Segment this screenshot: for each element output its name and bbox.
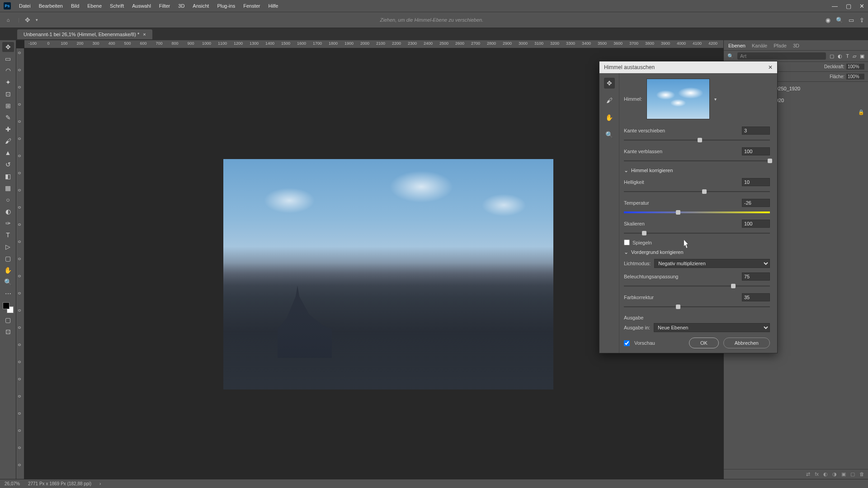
tab-pfade[interactable]: Pfade: [774, 43, 787, 48]
gradient-tool[interactable]: ▦: [2, 183, 14, 193]
scale-slider[interactable]: [624, 230, 770, 237]
output-select[interactable]: Neue Ebenen: [654, 323, 770, 332]
dialog-move-tool[interactable]: ✥: [604, 78, 615, 89]
chevron-down-icon[interactable]: ▾: [36, 18, 38, 22]
fg-color-swatch[interactable]: [3, 302, 9, 309]
hand-tool[interactable]: ✋: [2, 265, 14, 275]
menu-auswahl[interactable]: Auswahl: [132, 3, 151, 9]
edge-fade-input[interactable]: [742, 147, 770, 155]
trash-icon[interactable]: 🗑: [859, 471, 864, 477]
brush-tool[interactable]: 🖌: [2, 136, 14, 146]
edge-shift-slider[interactable]: [624, 136, 770, 144]
ruler-horizontal[interactable]: -100010020030040050060070080090010001100…: [24, 40, 723, 48]
pen-tool[interactable]: ✑: [2, 218, 14, 228]
dodge-tool[interactable]: ◐: [2, 206, 14, 216]
link-layers-icon[interactable]: ⇄: [806, 471, 810, 477]
ruler-vertical[interactable]: 0000000000000000000000000: [16, 48, 24, 479]
ok-button[interactable]: OK: [689, 338, 719, 348]
heal-tool[interactable]: ✚: [2, 124, 14, 134]
filter-shape-icon[interactable]: ▱: [853, 53, 856, 59]
lasso-tool[interactable]: ◠: [2, 66, 14, 75]
menu-hilfe[interactable]: Hilfe: [268, 3, 278, 9]
menu-ebene[interactable]: Ebene: [87, 3, 102, 9]
maximize-icon[interactable]: ▢: [846, 3, 851, 9]
search-icon[interactable]: 🔍: [836, 17, 843, 23]
layer-filter[interactable]: Art: [737, 52, 826, 60]
wand-tool[interactable]: ✦: [2, 77, 14, 87]
fill-input[interactable]: [846, 74, 864, 80]
menu-bild[interactable]: Bild: [71, 3, 79, 9]
filter-adjust-icon[interactable]: ◐: [838, 53, 842, 59]
stamp-tool[interactable]: ▲: [2, 148, 14, 158]
filter-smart-icon[interactable]: ▣: [860, 53, 864, 59]
zoom-tool[interactable]: 🔍: [2, 277, 14, 287]
sky-preset-thumb[interactable]: [646, 79, 710, 119]
new-layer-icon[interactable]: ▢: [850, 471, 855, 477]
tab-close-icon[interactable]: ×: [143, 32, 146, 37]
cancel-button[interactable]: Abbrechen: [723, 338, 770, 348]
tab-ebenen[interactable]: Ebenen: [728, 43, 745, 48]
brightness-slider[interactable]: [624, 188, 770, 195]
chevron-down-icon[interactable]: ▾: [714, 97, 717, 102]
menu-filter[interactable]: Filter: [159, 3, 170, 9]
tab-kanaele[interactable]: Kanäle: [752, 43, 767, 48]
color-adj-slider[interactable]: [624, 303, 770, 310]
shape-tool[interactable]: ▢: [2, 253, 14, 263]
type-tool[interactable]: T: [2, 230, 14, 240]
document-tab[interactable]: Unbenannt-1 bei 26,1% (Himmel, Ebenenmas…: [17, 29, 152, 39]
dialog-zoom-tool[interactable]: 🔍: [604, 129, 615, 140]
lighting-input[interactable]: [742, 272, 770, 281]
more-tools[interactable]: ⋯: [2, 289, 14, 299]
preview-checkbox[interactable]: [624, 340, 630, 346]
marquee-tool[interactable]: ▭: [2, 54, 14, 64]
move-tool-icon[interactable]: ✥: [25, 16, 30, 23]
move-tool[interactable]: ✥: [2, 42, 14, 52]
mask-icon[interactable]: ◐: [823, 471, 828, 477]
menu-ansicht[interactable]: Ansicht: [193, 3, 209, 9]
doc-info[interactable]: 2771 Px x 1869 Px (182,88 ppi): [28, 481, 91, 486]
edge-fade-slider[interactable]: [624, 157, 770, 164]
eyedropper-tool[interactable]: ✎: [2, 113, 14, 122]
close-icon[interactable]: ✕: [768, 64, 773, 70]
workspace-icon[interactable]: ▭: [849, 17, 854, 23]
scale-input[interactable]: [742, 220, 770, 228]
temperature-input[interactable]: [742, 199, 770, 207]
section-fg-correct[interactable]: Vordergrund korrigieren: [624, 249, 770, 255]
color-adj-input[interactable]: [742, 293, 770, 301]
dialog-hand-tool[interactable]: ✋: [604, 112, 615, 123]
cloud-icon[interactable]: ◉: [826, 17, 830, 23]
lighting-slider[interactable]: [624, 282, 770, 290]
frame-tool[interactable]: ⊞: [2, 101, 14, 111]
menu-schrift[interactable]: Schrift: [110, 3, 124, 9]
path-select-tool[interactable]: ▷: [2, 242, 14, 252]
tab-3d[interactable]: 3D: [793, 43, 799, 48]
menu-fenster[interactable]: Fenster: [243, 3, 260, 9]
search-icon[interactable]: 🔍: [727, 53, 734, 59]
eraser-tool[interactable]: ◧: [2, 171, 14, 181]
minimize-icon[interactable]: —: [832, 3, 838, 9]
color-swatches[interactable]: [3, 302, 14, 313]
menu-3d[interactable]: 3D: [178, 3, 184, 9]
edge-shift-input[interactable]: [742, 127, 770, 135]
blur-tool[interactable]: ○: [2, 195, 14, 205]
brightness-input[interactable]: [742, 178, 770, 186]
menu-bearbeiten[interactable]: Bearbeiten: [39, 3, 63, 9]
temperature-slider[interactable]: [624, 209, 770, 216]
filter-type-icon[interactable]: T: [846, 53, 849, 59]
history-brush-tool[interactable]: ↺: [2, 160, 14, 169]
home-icon[interactable]: ⌂: [4, 16, 13, 24]
chevron-right-icon[interactable]: ›: [99, 481, 101, 486]
dialog-brush-tool[interactable]: 🖌: [604, 95, 615, 106]
screenmode-tool[interactable]: ⊡: [2, 327, 14, 337]
dialog-titlebar[interactable]: Himmel austauschen ✕: [599, 61, 777, 73]
zoom-level[interactable]: 26,07%: [5, 481, 20, 486]
filter-image-icon[interactable]: ▢: [830, 53, 834, 59]
light-mode-select[interactable]: Negativ multiplizieren: [654, 259, 770, 268]
menu-datei[interactable]: Datei: [19, 3, 31, 9]
quickmask-tool[interactable]: ▢: [2, 315, 14, 325]
section-sky-correct[interactable]: Himmel korrigieren: [624, 167, 770, 174]
menu-plugins[interactable]: Plug-ins: [217, 3, 235, 9]
share-icon[interactable]: ⇪: [859, 17, 864, 23]
fx-icon[interactable]: fx: [815, 471, 819, 477]
crop-tool[interactable]: ⊡: [2, 89, 14, 99]
